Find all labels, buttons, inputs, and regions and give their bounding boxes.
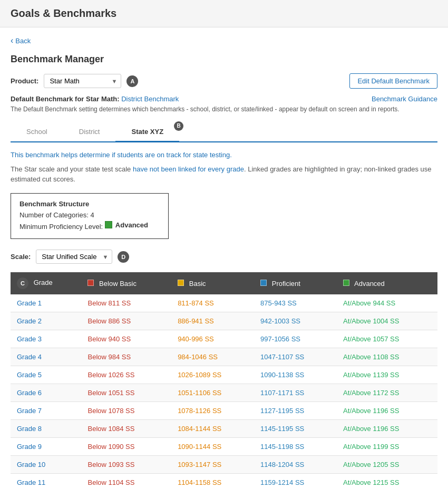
table-row: Grade 3Below 940 SS940-996 SS997-1056 SS… bbox=[11, 330, 437, 348]
tabs-container: School District B State XYZ bbox=[11, 122, 437, 142]
col-header-basic: Basic bbox=[171, 272, 254, 294]
scale-badge-d: D bbox=[118, 251, 129, 263]
cell-basic-row1: 886-941 SS bbox=[171, 312, 254, 330]
proficiency-text: Advanced bbox=[115, 221, 148, 229]
cell-grade-row3[interactable]: Grade 4 bbox=[11, 348, 81, 366]
cell-grade-row9[interactable]: Grade 10 bbox=[11, 456, 81, 474]
district-benchmark-link[interactable]: District Benchmark bbox=[121, 95, 179, 103]
table-row: Grade 6Below 1051 SS1051-1106 SS1107-117… bbox=[11, 384, 437, 402]
cell-proficient-row1: 942-1003 SS bbox=[254, 312, 337, 330]
back-link[interactable]: Back bbox=[11, 36, 31, 45]
table-row: Grade 10Below 1093 SS1093-1147 SS1148-12… bbox=[11, 456, 437, 474]
cell-grade-row0[interactable]: Grade 1 bbox=[11, 294, 81, 312]
cell-below_basic-row1: Below 886 SS bbox=[81, 312, 171, 330]
table-row: Grade 11Below 1104 SS1104-1158 SS1159-12… bbox=[11, 474, 437, 488]
below-basic-color-icon bbox=[87, 280, 94, 286]
cell-proficient-row8: 1145-1198 SS bbox=[254, 438, 337, 456]
cell-below_basic-row2: Below 940 SS bbox=[81, 330, 171, 348]
cell-proficient-row5: 1107-1171 SS bbox=[254, 384, 337, 402]
benchmark-guidance-link[interactable]: Benchmark Guidance bbox=[372, 95, 437, 103]
proficiency-label: Minimum Proficiency Level: bbox=[20, 222, 103, 230]
cell-below_basic-row3: Below 984 SS bbox=[81, 348, 171, 366]
cell-advanced-row4: At/Above 1139 SS bbox=[337, 366, 437, 384]
default-benchmark-prefix: Default Benchmark for Star Math: bbox=[11, 95, 120, 103]
page-header-title: Goals & Benchmarks bbox=[11, 7, 116, 19]
proficient-color-icon bbox=[260, 280, 267, 286]
cell-basic-row8: 1090-1144 SS bbox=[171, 438, 254, 456]
cell-proficient-row2: 997-1056 SS bbox=[254, 330, 337, 348]
cell-advanced-row8: At/Above 1199 SS bbox=[337, 438, 437, 456]
state-tab-badge-b: B bbox=[174, 121, 183, 131]
categories-value: 4 bbox=[90, 211, 94, 219]
cell-below_basic-row10: Below 1104 SS bbox=[81, 474, 171, 488]
cell-grade-row4[interactable]: Grade 5 bbox=[11, 366, 81, 384]
cell-grade-row1[interactable]: Grade 2 bbox=[11, 312, 81, 330]
advanced-color-icon bbox=[343, 280, 349, 286]
benchmark-structure-title: Benchmark Structure bbox=[20, 200, 160, 208]
cell-basic-row10: 1104-1158 SS bbox=[171, 474, 254, 488]
cell-grade-row10[interactable]: Grade 11 bbox=[11, 474, 81, 488]
cell-basic-row6: 1078-1126 SS bbox=[171, 402, 254, 420]
cell-below_basic-row8: Below 1090 SS bbox=[81, 438, 171, 456]
linked-grades-link[interactable]: have not been linked for every grade bbox=[133, 165, 244, 173]
cell-advanced-row3: At/Above 1108 SS bbox=[337, 348, 437, 366]
table-row: Grade 2Below 886 SS886-941 SS942-1003 SS… bbox=[11, 312, 437, 330]
cell-proficient-row9: 1148-1204 SS bbox=[254, 456, 337, 474]
tab-state[interactable]: B State XYZ bbox=[115, 122, 179, 142]
table-row: Grade 8Below 1084 SS1084-1144 SS1145-119… bbox=[11, 420, 437, 438]
cell-below_basic-row5: Below 1051 SS bbox=[81, 384, 171, 402]
cell-advanced-row2: At/Above 1057 SS bbox=[337, 330, 437, 348]
cell-advanced-row6: At/Above 1196 SS bbox=[337, 402, 437, 420]
tab-district[interactable]: District bbox=[63, 122, 116, 141]
cell-advanced-row9: At/Above 1205 SS bbox=[337, 456, 437, 474]
benchmark-desc: The Default Benchmark setting determines… bbox=[11, 105, 437, 114]
cell-below_basic-row9: Below 1093 SS bbox=[81, 456, 171, 474]
cell-below_basic-row0: Below 811 SS bbox=[81, 294, 171, 312]
cell-grade-row2[interactable]: Grade 3 bbox=[11, 330, 81, 348]
cell-basic-row5: 1051-1106 SS bbox=[171, 384, 254, 402]
table-row: Grade 5Below 1026 SS1026-1089 SS1090-113… bbox=[11, 366, 437, 384]
cell-proficient-row3: 1047-1107 SS bbox=[254, 348, 337, 366]
cell-grade-row8[interactable]: Grade 9 bbox=[11, 438, 81, 456]
benchmark-proficiency-row: Minimum Proficiency Level: Advanced bbox=[20, 221, 160, 231]
table-row: Grade 4Below 984 SS984-1046 SS1047-1107 … bbox=[11, 348, 437, 366]
tab-school[interactable]: School bbox=[11, 122, 63, 141]
product-left: Product: Star Math Star Reading Star Ear… bbox=[11, 74, 138, 88]
cell-grade-row5[interactable]: Grade 6 bbox=[11, 384, 81, 402]
col-header-proficient: Proficient bbox=[254, 272, 337, 294]
product-select[interactable]: Star Math Star Reading Star Early Litera… bbox=[44, 74, 121, 88]
cell-grade-row6[interactable]: Grade 7 bbox=[11, 402, 81, 420]
default-benchmark-text: Default Benchmark for Star Math: Distric… bbox=[11, 95, 179, 103]
cell-proficient-row7: 1145-1195 SS bbox=[254, 420, 337, 438]
cell-below_basic-row4: Below 1026 SS bbox=[81, 366, 171, 384]
table-badge-c: C bbox=[17, 278, 28, 289]
cell-basic-row7: 1084-1144 SS bbox=[171, 420, 254, 438]
back-label: Back bbox=[15, 37, 31, 45]
product-badge-a: A bbox=[126, 75, 138, 87]
categories-label: Number of Categories: bbox=[20, 211, 89, 219]
scale-select-wrapper[interactable]: Star Unified Scale ▼ bbox=[36, 250, 112, 264]
cell-grade-row7[interactable]: Grade 8 bbox=[11, 420, 81, 438]
cell-advanced-row0: At/Above 944 SS bbox=[337, 294, 437, 312]
cell-advanced-row7: At/Above 1196 SS bbox=[337, 420, 437, 438]
cell-advanced-row10: At/Above 1215 SS bbox=[337, 474, 437, 488]
cell-below_basic-row7: Below 1084 SS bbox=[81, 420, 171, 438]
cell-basic-row0: 811-874 SS bbox=[171, 294, 254, 312]
table-row: Grade 1Below 811 SS811-874 SS875-943 SSA… bbox=[11, 294, 437, 312]
cell-proficient-row0: 875-943 SS bbox=[254, 294, 337, 312]
state-info-line1: This benchmark helps determine if studen… bbox=[11, 151, 437, 159]
cell-proficient-row10: 1159-1214 SS bbox=[254, 474, 337, 488]
state-info-line2: The Star scale and your state test scale… bbox=[11, 164, 437, 185]
cell-basic-row4: 1026-1089 SS bbox=[171, 366, 254, 384]
scale-select[interactable]: Star Unified Scale bbox=[36, 250, 112, 264]
product-select-wrapper[interactable]: Star Math Star Reading Star Early Litera… bbox=[44, 74, 121, 88]
benchmark-manager-title: Benchmark Manager bbox=[11, 54, 437, 65]
cell-proficient-row6: 1127-1195 SS bbox=[254, 402, 337, 420]
cell-advanced-row5: At/Above 1172 SS bbox=[337, 384, 437, 402]
col-header-advanced: Advanced bbox=[337, 272, 437, 294]
cell-basic-row2: 940-996 SS bbox=[171, 330, 254, 348]
edit-default-benchmark-button[interactable]: Edit Default Benchmark bbox=[349, 73, 437, 89]
product-row: Product: Star Math Star Reading Star Ear… bbox=[11, 73, 437, 89]
basic-color-icon bbox=[178, 280, 184, 286]
col-header-below-basic: Below Basic bbox=[81, 272, 171, 294]
